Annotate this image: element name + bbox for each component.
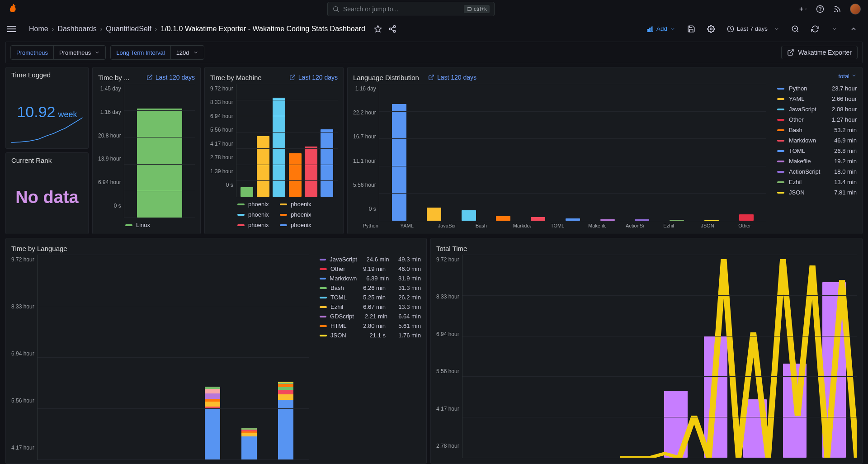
- bar[interactable]: [531, 217, 545, 221]
- settings-button[interactable]: [703, 22, 719, 36]
- bar[interactable]: [496, 216, 510, 221]
- svg-point-0: [334, 7, 338, 11]
- panel-time-by-language[interactable]: Time by Language 9.72 hour8.33 hour6.94 …: [5, 238, 427, 464]
- legend-row[interactable]: Markdown6.39 min31.9 min: [320, 274, 421, 283]
- panel-timelogged[interactable]: Time Logged 10.92week: [5, 67, 89, 149]
- zoomout-button[interactable]: [788, 22, 803, 36]
- svg-line-24: [292, 75, 295, 78]
- nodata-label: No data: [15, 188, 78, 207]
- help-icon[interactable]: [816, 5, 825, 14]
- legend-item[interactable]: phoenix: [280, 211, 316, 218]
- sparkline: [11, 118, 83, 145]
- refresh-interval-button[interactable]: [827, 22, 842, 36]
- legend-row[interactable]: Ezhil6.67 min13.3 min: [320, 302, 421, 312]
- legend-row[interactable]: Makefile19.2 min: [777, 156, 857, 166]
- legend-item[interactable]: Linux: [125, 222, 161, 228]
- refresh-button[interactable]: [807, 22, 823, 36]
- svg-rect-14: [647, 29, 649, 31]
- panel-link[interactable]: Last 120 days: [289, 74, 338, 81]
- svg-line-23: [149, 75, 152, 78]
- svg-line-12: [391, 27, 393, 28]
- svg-rect-16: [651, 27, 653, 32]
- bar[interactable]: [392, 104, 406, 221]
- legend-row[interactable]: Bash6.26 min31.3 min: [320, 283, 421, 293]
- search-icon: [332, 5, 340, 13]
- stacked-bar[interactable]: [278, 382, 293, 459]
- share-icon[interactable]: [388, 24, 397, 33]
- crumb-home[interactable]: Home: [29, 25, 48, 33]
- timerange-button[interactable]: Last 7 days: [723, 22, 783, 36]
- crumb-dashboards[interactable]: Dashboards: [57, 25, 96, 33]
- legend-item[interactable]: phoenix: [237, 222, 274, 228]
- legend-row[interactable]: TOML5.25 min26.2 min: [320, 293, 421, 302]
- crumb-folder[interactable]: QuantifiedSelf: [106, 25, 151, 33]
- bar[interactable]: [241, 187, 253, 197]
- legend-row[interactable]: Ezhil13.4 min: [777, 177, 857, 187]
- svg-marker-8: [374, 25, 381, 32]
- bar[interactable]: [739, 214, 754, 221]
- legend-item[interactable]: phoenix: [237, 211, 274, 218]
- legend-item[interactable]: phoenix: [280, 201, 316, 208]
- legend-row[interactable]: YAML2.66 hour: [777, 94, 857, 104]
- svg-point-7: [835, 11, 835, 12]
- user-avatar[interactable]: [850, 4, 861, 14]
- legend-row[interactable]: TOML26.8 min: [777, 146, 857, 156]
- panel-link[interactable]: Last 120 days: [428, 74, 476, 81]
- panel-rank[interactable]: Current Rank No data: [5, 152, 89, 234]
- grafana-logo[interactable]: [7, 3, 20, 15]
- svg-point-6: [820, 10, 821, 11]
- legend-row[interactable]: Python23.7 hour: [777, 83, 857, 94]
- news-icon[interactable]: [833, 5, 842, 14]
- legend-row[interactable]: Bash53.2 min: [777, 125, 857, 135]
- panel-os[interactable]: Time by ... Last 120 days 1.45 day1.16 d…: [92, 67, 201, 234]
- star-icon[interactable]: [373, 24, 382, 33]
- bar[interactable]: [427, 208, 441, 221]
- legend-row[interactable]: Other9.19 min46.0 min: [320, 264, 421, 274]
- bar[interactable]: [289, 153, 302, 197]
- panel-langdist[interactable]: Language Distribution Last 120 days 1.16…: [347, 67, 863, 234]
- panel-total-time[interactable]: Total Time 9.72 hour8.33 hour6.94 hour5.…: [430, 238, 863, 464]
- var-datasource[interactable]: Prometheus Prometheus: [10, 45, 106, 60]
- panel-link[interactable]: Last 120 days: [146, 74, 195, 81]
- bar[interactable]: [321, 129, 333, 197]
- add-menu[interactable]: [798, 5, 807, 14]
- stacked-bar[interactable]: [205, 387, 220, 459]
- kiosk-button[interactable]: [846, 22, 861, 36]
- svg-line-25: [431, 75, 434, 78]
- legend-row[interactable]: JSON7.81 min: [777, 187, 857, 198]
- add-button[interactable]: Add: [643, 22, 679, 36]
- stacked-bar[interactable]: [241, 428, 257, 459]
- bar[interactable]: [137, 109, 182, 218]
- bar[interactable]: [462, 210, 476, 221]
- legend-sort[interactable]: total: [777, 71, 857, 83]
- legend-row[interactable]: ActionScript18.0 min: [777, 166, 857, 177]
- var-interval[interactable]: Long Term Interval 120d: [110, 45, 204, 60]
- global-search[interactable]: Search or jump to... ctrl+k: [327, 2, 495, 16]
- svg-line-22: [790, 50, 793, 53]
- svg-rect-15: [650, 28, 651, 32]
- save-button[interactable]: [684, 22, 699, 36]
- menu-toggle[interactable]: [7, 23, 20, 35]
- legend-row[interactable]: Markdown46.9 min: [777, 135, 857, 146]
- search-kbd: ctrl+k: [464, 5, 490, 13]
- legend-row[interactable]: Other1.27 hour: [777, 114, 857, 125]
- legend-item[interactable]: phoenix: [237, 201, 274, 208]
- bar[interactable]: [273, 98, 285, 197]
- bar[interactable]: [257, 136, 269, 197]
- svg-point-10: [389, 28, 392, 30]
- legend-row[interactable]: JavaScript2.08 hour: [777, 104, 857, 114]
- svg-line-1: [337, 10, 339, 12]
- crumb-title[interactable]: 1/0.1.0 Wakatime Exporter - Wakatime Cod…: [161, 25, 365, 33]
- legend-item[interactable]: phoenix: [280, 222, 316, 228]
- svg-point-17: [710, 28, 712, 30]
- svg-point-9: [393, 25, 396, 28]
- legend-row[interactable]: JSON21.1 s1.76 min: [320, 331, 421, 340]
- search-placeholder: Search or jump to...: [343, 5, 398, 13]
- legend-row[interactable]: GDScript2.21 min6.64 min: [320, 312, 421, 321]
- legend-row[interactable]: JavaScript24.6 min49.3 min: [320, 255, 421, 264]
- svg-line-20: [797, 30, 798, 32]
- panel-machine[interactable]: Time by Machine Last 120 days 9.72 hour8…: [204, 67, 344, 234]
- external-link[interactable]: Wakatime Exporter: [781, 46, 858, 59]
- legend-row[interactable]: HTML2.80 min5.61 min: [320, 321, 421, 331]
- bar[interactable]: [305, 147, 317, 197]
